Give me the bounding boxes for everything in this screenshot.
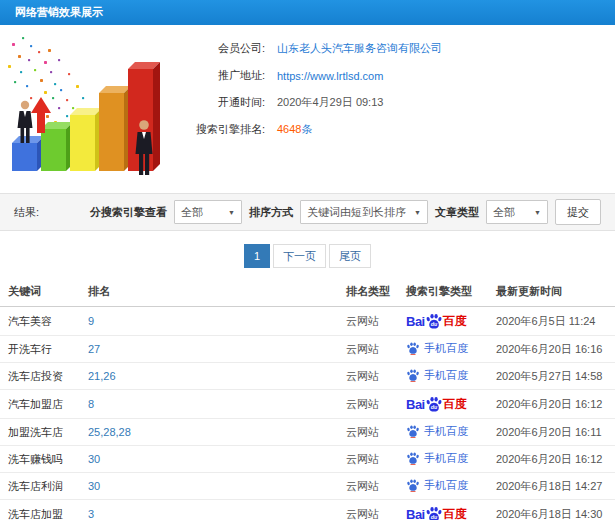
rank-type-cell: 云网站 bbox=[338, 473, 398, 500]
svg-text:du: du bbox=[431, 404, 438, 410]
info-section: 会员公司:山东老人头汽车服务咨询有限公司推广地址:https://www.lrt… bbox=[0, 25, 615, 193]
updated-time-cell: 2020年6月5日 11:24 bbox=[488, 307, 615, 336]
info-row: 搜索引擎排名:4648条 bbox=[180, 116, 442, 143]
rank-link[interactable]: 8 bbox=[88, 398, 94, 410]
table-row: 洗车店投资21,26云网站手机百度2020年5月27日 14:58 bbox=[0, 363, 615, 390]
column-header: 最新更新时间 bbox=[488, 277, 615, 307]
updated-time-cell: 2020年6月20日 16:16 bbox=[488, 336, 615, 363]
rank-type-cell: 云网站 bbox=[338, 390, 398, 419]
bar-chart-illustration-svg bbox=[0, 25, 180, 190]
table-header-row: 关键词排名排名类型搜索引擎类型最新更新时间 bbox=[0, 277, 615, 307]
baidu-paw-icon: du bbox=[425, 395, 443, 413]
table-row: 开洗车行27云网站手机百度2020年6月20日 16:16 bbox=[0, 336, 615, 363]
baidu-logo: Baidu百度 bbox=[406, 395, 467, 413]
rank-link[interactable]: 3 bbox=[88, 508, 94, 520]
keyword-cell: 加盟洗车店 bbox=[0, 419, 80, 446]
engine-cell: Baidu百度 bbox=[398, 390, 488, 419]
article-type-select-value: 全部 bbox=[493, 205, 515, 220]
ranking-count: 4648 bbox=[277, 123, 301, 135]
mobile-baidu-label: 手机百度 bbox=[424, 480, 468, 491]
engine-cell: Baidu百度 bbox=[398, 500, 488, 520]
rank-link[interactable]: 27 bbox=[88, 343, 100, 355]
page-title: 网络营销效果展示 bbox=[0, 0, 615, 25]
marketing-growth-illustration bbox=[0, 25, 180, 190]
updated-time-cell: 2020年6月18日 14:27 bbox=[488, 473, 615, 500]
engine-select[interactable]: 全部 ▼ bbox=[174, 200, 242, 224]
baidu-paw-icon bbox=[406, 341, 420, 355]
mobile-baidu-logo: 手机百度 bbox=[406, 478, 468, 492]
rank-cell: 3 bbox=[80, 500, 338, 520]
rank-cell: 9 bbox=[80, 307, 338, 336]
rank-type-cell: 云网站 bbox=[338, 363, 398, 390]
updated-time-cell: 2020年6月20日 16:12 bbox=[488, 446, 615, 473]
engine-cell: Baidu百度 bbox=[398, 307, 488, 336]
rank-type-cell: 云网站 bbox=[338, 336, 398, 363]
sort-select-value: 关键词由短到长排序 bbox=[307, 205, 406, 220]
table-body: 汽车美容9云网站Baidu百度2020年6月5日 11:24开洗车行27云网站手… bbox=[0, 307, 615, 520]
updated-time-cell: 2020年6月20日 16:11 bbox=[488, 419, 615, 446]
sort-select[interactable]: 关键词由短到长排序 ▼ bbox=[300, 200, 428, 224]
baidu-paw-icon: du bbox=[425, 505, 443, 520]
rank-link[interactable]: 21,26 bbox=[88, 370, 116, 382]
column-header: 排名类型 bbox=[338, 277, 398, 307]
rank-link[interactable]: 30 bbox=[88, 453, 100, 465]
pagination: 1下一页尾页 bbox=[0, 244, 615, 268]
rank-type-cell: 云网站 bbox=[338, 446, 398, 473]
info-label: 搜索引擎排名: bbox=[180, 122, 265, 137]
result-label: 结果: bbox=[14, 205, 39, 220]
info-row: 推广地址:https://www.lrtlsd.com bbox=[180, 62, 442, 89]
rank-link[interactable]: 9 bbox=[88, 315, 94, 327]
info-value[interactable]: 山东老人头汽车服务咨询有限公司 bbox=[277, 41, 442, 56]
baidu-logo: Baidu百度 bbox=[406, 312, 467, 330]
info-row: 开通时间:2020年4月29日 09:13 bbox=[180, 89, 442, 116]
info-list: 会员公司:山东老人头汽车服务咨询有限公司推广地址:https://www.lrt… bbox=[180, 25, 442, 193]
baidu-wordmark: Bai bbox=[406, 508, 425, 520]
mobile-baidu-label: 手机百度 bbox=[424, 453, 468, 464]
baidu-paw-icon bbox=[406, 478, 420, 492]
info-label: 开通时间: bbox=[180, 95, 265, 110]
engine-cell: 手机百度 bbox=[398, 336, 488, 363]
chevron-down-icon: ▼ bbox=[228, 209, 235, 216]
keyword-cell: 洗车店加盟 bbox=[0, 500, 80, 520]
mobile-baidu-label: 手机百度 bbox=[424, 343, 468, 354]
chevron-down-icon: ▼ bbox=[534, 209, 541, 216]
table-row: 汽车美容9云网站Baidu百度2020年6月5日 11:24 bbox=[0, 307, 615, 336]
table-row: 加盟洗车店25,28,28云网站手机百度2020年6月20日 16:11 bbox=[0, 419, 615, 446]
engine-cell: 手机百度 bbox=[398, 473, 488, 500]
rank-cell: 8 bbox=[80, 390, 338, 419]
mobile-baidu-label: 手机百度 bbox=[424, 370, 468, 381]
filter-controls: 分搜索引擎查看 全部 ▼ 排序方式 关键词由短到长排序 ▼ 文章类型 全部 ▼ … bbox=[90, 199, 601, 225]
page-button[interactable]: 尾页 bbox=[329, 244, 371, 268]
baidu-paw-icon bbox=[406, 368, 420, 382]
keyword-cell: 洗车店投资 bbox=[0, 363, 80, 390]
baidu-logo: Baidu百度 bbox=[406, 505, 467, 520]
updated-time-cell: 2020年6月20日 16:12 bbox=[488, 390, 615, 419]
rank-cell: 25,28,28 bbox=[80, 419, 338, 446]
rank-link[interactable]: 30 bbox=[88, 480, 100, 492]
rank-cell: 30 bbox=[80, 446, 338, 473]
column-header: 关键词 bbox=[0, 277, 80, 307]
column-header: 排名 bbox=[80, 277, 338, 307]
mobile-baidu-logo: 手机百度 bbox=[406, 341, 468, 355]
page-button-current[interactable]: 1 bbox=[244, 244, 270, 268]
baidu-paw-icon: du bbox=[425, 312, 443, 330]
keyword-cell: 汽车美容 bbox=[0, 307, 80, 336]
info-value: 4648条 bbox=[277, 122, 312, 137]
sort-filter-label: 排序方式 bbox=[249, 205, 293, 220]
updated-time-cell: 2020年5月27日 14:58 bbox=[488, 363, 615, 390]
table-row: 洗车店利润30云网站手机百度2020年6月18日 14:27 bbox=[0, 473, 615, 500]
page-title-text: 网络营销效果展示 bbox=[15, 6, 103, 18]
svg-text:du: du bbox=[431, 514, 438, 520]
mobile-baidu-logo: 手机百度 bbox=[406, 424, 468, 438]
article-type-select[interactable]: 全部 ▼ bbox=[486, 200, 548, 224]
keyword-cell: 洗车店利润 bbox=[0, 473, 80, 500]
rank-cell: 21,26 bbox=[80, 363, 338, 390]
submit-button[interactable]: 提交 bbox=[555, 199, 601, 225]
mobile-baidu-logo: 手机百度 bbox=[406, 451, 468, 465]
rank-link[interactable]: 25,28,28 bbox=[88, 426, 131, 438]
page-button[interactable]: 下一页 bbox=[273, 244, 326, 268]
article-type-label: 文章类型 bbox=[435, 205, 479, 220]
info-value[interactable]: https://www.lrtlsd.com bbox=[277, 70, 383, 82]
rank-type-cell: 云网站 bbox=[338, 500, 398, 520]
baidu-wordmark: Bai bbox=[406, 315, 425, 328]
